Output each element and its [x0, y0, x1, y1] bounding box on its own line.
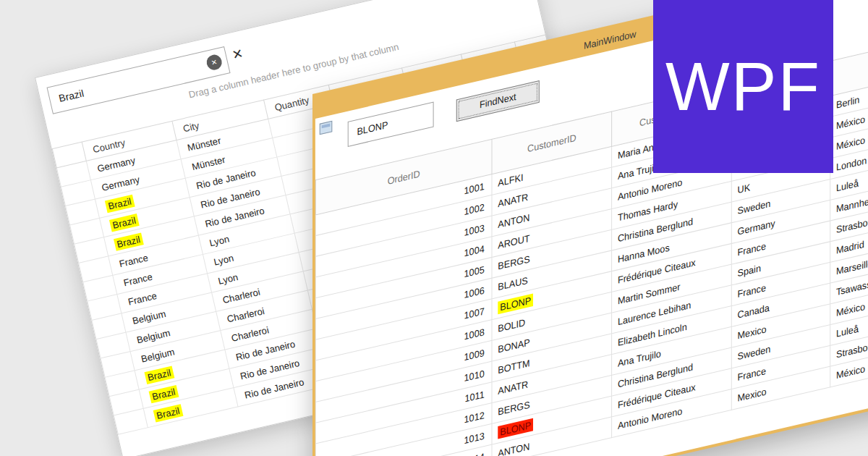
find-input[interactable]: BLONP [348, 102, 434, 147]
find-next-button[interactable]: FindNext [456, 80, 540, 122]
wpf-badge-label: WPF [665, 53, 821, 121]
search-match-highlight: Brazil [105, 194, 135, 212]
search-match-highlight: Brazil [153, 404, 183, 422]
wpf-badge: WPF [653, 0, 833, 173]
find-next-label: FindNext [459, 83, 537, 119]
search-match-highlight: Brazil [109, 214, 139, 232]
clear-search-icon[interactable]: ✕ [205, 54, 224, 72]
column-header[interactable]: City [830, 37, 868, 96]
search-match-highlight: Brazil [114, 232, 143, 250]
search-input-value: Brazil [56, 80, 86, 111]
image-icon [320, 121, 333, 135]
search-match-highlight: Brazil [148, 385, 178, 403]
find-input-value: BLONP [357, 113, 388, 144]
close-search-icon[interactable]: ✕ [231, 46, 245, 64]
search-match-highlight: Brazil [144, 366, 174, 384]
